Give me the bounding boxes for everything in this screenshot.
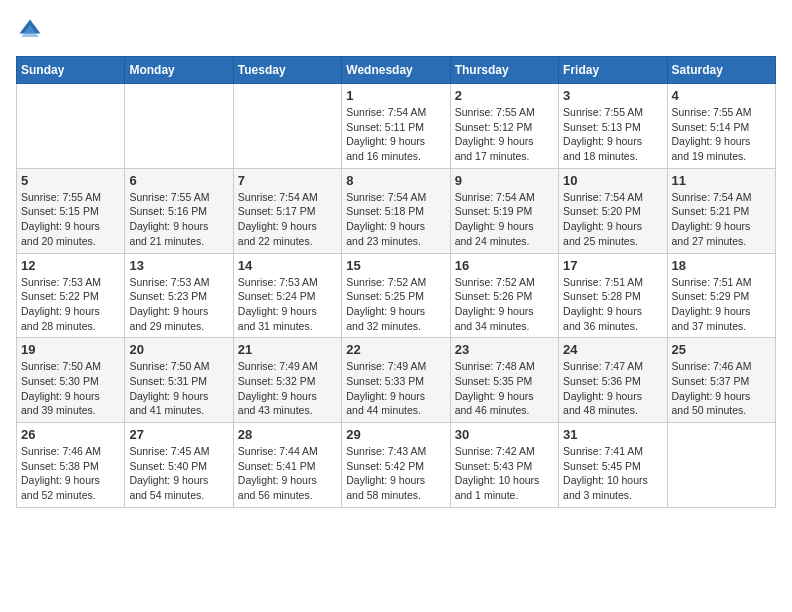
day-info: Sunrise: 7:46 AM Sunset: 5:38 PM Dayligh… xyxy=(21,444,120,503)
calendar-cell: 15Sunrise: 7:52 AM Sunset: 5:25 PM Dayli… xyxy=(342,253,450,338)
calendar-cell: 23Sunrise: 7:48 AM Sunset: 5:35 PM Dayli… xyxy=(450,338,558,423)
day-number: 8 xyxy=(346,173,445,188)
calendar-cell: 19Sunrise: 7:50 AM Sunset: 5:30 PM Dayli… xyxy=(17,338,125,423)
day-number: 2 xyxy=(455,88,554,103)
calendar-cell xyxy=(233,84,341,169)
day-info: Sunrise: 7:49 AM Sunset: 5:32 PM Dayligh… xyxy=(238,359,337,418)
calendar-cell: 14Sunrise: 7:53 AM Sunset: 5:24 PM Dayli… xyxy=(233,253,341,338)
day-number: 15 xyxy=(346,258,445,273)
day-number: 28 xyxy=(238,427,337,442)
day-number: 10 xyxy=(563,173,662,188)
day-info: Sunrise: 7:51 AM Sunset: 5:29 PM Dayligh… xyxy=(672,275,771,334)
calendar-cell: 17Sunrise: 7:51 AM Sunset: 5:28 PM Dayli… xyxy=(559,253,667,338)
day-number: 22 xyxy=(346,342,445,357)
calendar-cell xyxy=(667,423,775,508)
calendar-cell: 4Sunrise: 7:55 AM Sunset: 5:14 PM Daylig… xyxy=(667,84,775,169)
calendar-week-row: 12Sunrise: 7:53 AM Sunset: 5:22 PM Dayli… xyxy=(17,253,776,338)
calendar-cell: 6Sunrise: 7:55 AM Sunset: 5:16 PM Daylig… xyxy=(125,168,233,253)
day-number: 31 xyxy=(563,427,662,442)
logo-icon xyxy=(16,16,44,44)
day-info: Sunrise: 7:44 AM Sunset: 5:41 PM Dayligh… xyxy=(238,444,337,503)
day-info: Sunrise: 7:53 AM Sunset: 5:24 PM Dayligh… xyxy=(238,275,337,334)
day-info: Sunrise: 7:54 AM Sunset: 5:19 PM Dayligh… xyxy=(455,190,554,249)
calendar-cell: 11Sunrise: 7:54 AM Sunset: 5:21 PM Dayli… xyxy=(667,168,775,253)
weekday-header-friday: Friday xyxy=(559,57,667,84)
weekday-header-row: SundayMondayTuesdayWednesdayThursdayFrid… xyxy=(17,57,776,84)
day-info: Sunrise: 7:55 AM Sunset: 5:12 PM Dayligh… xyxy=(455,105,554,164)
weekday-header-thursday: Thursday xyxy=(450,57,558,84)
day-number: 6 xyxy=(129,173,228,188)
calendar-cell: 29Sunrise: 7:43 AM Sunset: 5:42 PM Dayli… xyxy=(342,423,450,508)
day-number: 23 xyxy=(455,342,554,357)
calendar-cell: 9Sunrise: 7:54 AM Sunset: 5:19 PM Daylig… xyxy=(450,168,558,253)
day-number: 19 xyxy=(21,342,120,357)
day-info: Sunrise: 7:50 AM Sunset: 5:30 PM Dayligh… xyxy=(21,359,120,418)
day-info: Sunrise: 7:50 AM Sunset: 5:31 PM Dayligh… xyxy=(129,359,228,418)
day-info: Sunrise: 7:54 AM Sunset: 5:18 PM Dayligh… xyxy=(346,190,445,249)
day-number: 27 xyxy=(129,427,228,442)
day-number: 1 xyxy=(346,88,445,103)
calendar-cell: 31Sunrise: 7:41 AM Sunset: 5:45 PM Dayli… xyxy=(559,423,667,508)
calendar-cell: 30Sunrise: 7:42 AM Sunset: 5:43 PM Dayli… xyxy=(450,423,558,508)
weekday-header-wednesday: Wednesday xyxy=(342,57,450,84)
day-info: Sunrise: 7:55 AM Sunset: 5:16 PM Dayligh… xyxy=(129,190,228,249)
calendar-cell: 24Sunrise: 7:47 AM Sunset: 5:36 PM Dayli… xyxy=(559,338,667,423)
day-info: Sunrise: 7:55 AM Sunset: 5:14 PM Dayligh… xyxy=(672,105,771,164)
day-number: 16 xyxy=(455,258,554,273)
day-number: 5 xyxy=(21,173,120,188)
calendar-cell xyxy=(125,84,233,169)
day-info: Sunrise: 7:46 AM Sunset: 5:37 PM Dayligh… xyxy=(672,359,771,418)
day-info: Sunrise: 7:49 AM Sunset: 5:33 PM Dayligh… xyxy=(346,359,445,418)
day-number: 30 xyxy=(455,427,554,442)
calendar-week-row: 19Sunrise: 7:50 AM Sunset: 5:30 PM Dayli… xyxy=(17,338,776,423)
day-info: Sunrise: 7:52 AM Sunset: 5:26 PM Dayligh… xyxy=(455,275,554,334)
calendar-week-row: 1Sunrise: 7:54 AM Sunset: 5:11 PM Daylig… xyxy=(17,84,776,169)
calendar-cell: 28Sunrise: 7:44 AM Sunset: 5:41 PM Dayli… xyxy=(233,423,341,508)
calendar-cell xyxy=(17,84,125,169)
calendar-cell: 21Sunrise: 7:49 AM Sunset: 5:32 PM Dayli… xyxy=(233,338,341,423)
day-info: Sunrise: 7:54 AM Sunset: 5:11 PM Dayligh… xyxy=(346,105,445,164)
calendar-cell: 8Sunrise: 7:54 AM Sunset: 5:18 PM Daylig… xyxy=(342,168,450,253)
calendar-table: SundayMondayTuesdayWednesdayThursdayFrid… xyxy=(16,56,776,508)
day-number: 18 xyxy=(672,258,771,273)
day-number: 3 xyxy=(563,88,662,103)
weekday-header-saturday: Saturday xyxy=(667,57,775,84)
day-info: Sunrise: 7:54 AM Sunset: 5:20 PM Dayligh… xyxy=(563,190,662,249)
day-number: 25 xyxy=(672,342,771,357)
calendar-cell: 13Sunrise: 7:53 AM Sunset: 5:23 PM Dayli… xyxy=(125,253,233,338)
day-number: 24 xyxy=(563,342,662,357)
day-info: Sunrise: 7:41 AM Sunset: 5:45 PM Dayligh… xyxy=(563,444,662,503)
calendar-cell: 22Sunrise: 7:49 AM Sunset: 5:33 PM Dayli… xyxy=(342,338,450,423)
day-number: 21 xyxy=(238,342,337,357)
day-number: 20 xyxy=(129,342,228,357)
logo xyxy=(16,16,48,44)
calendar-cell: 2Sunrise: 7:55 AM Sunset: 5:12 PM Daylig… xyxy=(450,84,558,169)
day-info: Sunrise: 7:54 AM Sunset: 5:17 PM Dayligh… xyxy=(238,190,337,249)
page-header xyxy=(16,16,776,44)
day-info: Sunrise: 7:53 AM Sunset: 5:22 PM Dayligh… xyxy=(21,275,120,334)
day-number: 12 xyxy=(21,258,120,273)
day-number: 14 xyxy=(238,258,337,273)
day-info: Sunrise: 7:54 AM Sunset: 5:21 PM Dayligh… xyxy=(672,190,771,249)
calendar-week-row: 5Sunrise: 7:55 AM Sunset: 5:15 PM Daylig… xyxy=(17,168,776,253)
day-number: 17 xyxy=(563,258,662,273)
calendar-cell: 1Sunrise: 7:54 AM Sunset: 5:11 PM Daylig… xyxy=(342,84,450,169)
day-info: Sunrise: 7:47 AM Sunset: 5:36 PM Dayligh… xyxy=(563,359,662,418)
weekday-header-tuesday: Tuesday xyxy=(233,57,341,84)
day-number: 26 xyxy=(21,427,120,442)
day-info: Sunrise: 7:53 AM Sunset: 5:23 PM Dayligh… xyxy=(129,275,228,334)
calendar-cell: 5Sunrise: 7:55 AM Sunset: 5:15 PM Daylig… xyxy=(17,168,125,253)
calendar-cell: 27Sunrise: 7:45 AM Sunset: 5:40 PM Dayli… xyxy=(125,423,233,508)
calendar-cell: 26Sunrise: 7:46 AM Sunset: 5:38 PM Dayli… xyxy=(17,423,125,508)
day-info: Sunrise: 7:52 AM Sunset: 5:25 PM Dayligh… xyxy=(346,275,445,334)
day-info: Sunrise: 7:45 AM Sunset: 5:40 PM Dayligh… xyxy=(129,444,228,503)
calendar-cell: 3Sunrise: 7:55 AM Sunset: 5:13 PM Daylig… xyxy=(559,84,667,169)
calendar-cell: 12Sunrise: 7:53 AM Sunset: 5:22 PM Dayli… xyxy=(17,253,125,338)
calendar-cell: 25Sunrise: 7:46 AM Sunset: 5:37 PM Dayli… xyxy=(667,338,775,423)
calendar-cell: 10Sunrise: 7:54 AM Sunset: 5:20 PM Dayli… xyxy=(559,168,667,253)
day-info: Sunrise: 7:55 AM Sunset: 5:13 PM Dayligh… xyxy=(563,105,662,164)
calendar-week-row: 26Sunrise: 7:46 AM Sunset: 5:38 PM Dayli… xyxy=(17,423,776,508)
weekday-header-monday: Monday xyxy=(125,57,233,84)
calendar-cell: 16Sunrise: 7:52 AM Sunset: 5:26 PM Dayli… xyxy=(450,253,558,338)
calendar-cell: 7Sunrise: 7:54 AM Sunset: 5:17 PM Daylig… xyxy=(233,168,341,253)
